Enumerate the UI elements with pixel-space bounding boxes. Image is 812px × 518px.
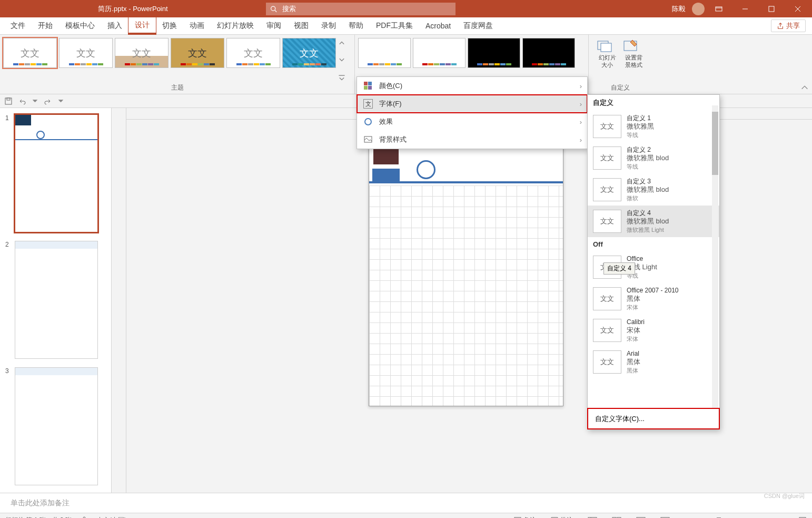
- tab-template[interactable]: 模板中心: [59, 17, 101, 34]
- variant-thumb[interactable]: [413, 38, 466, 68]
- slide-thumbnail[interactable]: [15, 114, 98, 232]
- variant-thumb[interactable]: [522, 38, 575, 68]
- font-scheme-item[interactable]: 文文 自定义 4微软雅黑 blod微软雅黑 Light: [588, 206, 719, 237]
- menu-colors[interactable]: 颜色(C)›: [357, 77, 587, 95]
- search-icon: [270, 5, 277, 13]
- collapse-ribbon-icon[interactable]: [800, 83, 809, 92]
- notes-placeholder: 单击此处添加备注: [11, 499, 70, 508]
- theme-thumb[interactable]: 文文: [59, 38, 113, 68]
- slide-item[interactable]: 1: [5, 114, 106, 232]
- save-icon[interactable]: [4, 97, 13, 105]
- bg-styles-icon: [363, 135, 373, 144]
- title-bar: 简历.pptx - PowerPoint 陈毅: [0, 0, 812, 17]
- tab-view[interactable]: 视图: [288, 17, 315, 34]
- format-background-button[interactable]: 设置背 景格式: [623, 39, 644, 69]
- tab-file[interactable]: 文件: [4, 17, 32, 34]
- tab-transitions[interactable]: 切换: [156, 17, 183, 34]
- accessibility-icon[interactable]: [80, 516, 88, 519]
- theme-thumb[interactable]: 文文: [171, 38, 224, 68]
- theme-thumb[interactable]: 文文: [226, 38, 280, 68]
- undo-icon[interactable]: [18, 97, 26, 105]
- variant-thumb[interactable]: [468, 38, 520, 68]
- ribbon-display-button[interactable]: [707, 0, 731, 17]
- tab-pdf[interactable]: PDF工具集: [370, 17, 419, 34]
- menu-effects[interactable]: 效果›: [357, 113, 587, 131]
- tab-record[interactable]: 录制: [315, 17, 342, 34]
- font-scheme-item[interactable]: 文文 自定义 2微软雅黑 blod等线: [588, 142, 719, 174]
- redo-icon[interactable]: [44, 97, 52, 105]
- maximize-button[interactable]: [759, 0, 784, 17]
- slide-size-icon: [597, 39, 612, 54]
- vertical-ruler: [112, 108, 126, 493]
- user-avatar[interactable]: [692, 3, 705, 15]
- close-button[interactable]: [786, 0, 810, 17]
- menu-fonts[interactable]: 文 字体(F)›: [357, 95, 587, 113]
- window-title: 简历.pptx - PowerPoint: [0, 4, 266, 14]
- tab-help[interactable]: 帮助: [342, 17, 370, 34]
- language-label[interactable]: 中文(中国): [97, 516, 126, 518]
- tab-animations[interactable]: 动画: [183, 17, 211, 34]
- slide-item[interactable]: 2: [5, 241, 106, 359]
- svg-point-0: [271, 6, 275, 11]
- section-office: Off: [588, 237, 719, 251]
- gallery-more-icon[interactable]: [338, 73, 345, 81]
- theme-thumb[interactable]: 文文: [115, 38, 169, 68]
- svg-rect-15: [368, 82, 372, 85]
- svg-rect-16: [364, 86, 368, 90]
- slide-panel: 1 2 3: [0, 108, 112, 493]
- svg-rect-14: [364, 82, 368, 85]
- gallery-down-icon[interactable]: [338, 56, 345, 64]
- variant-dropdown: 颜色(C)› 文 字体(F)› 效果› 背景样式›: [357, 76, 588, 149]
- font-scheme-panel: 自定义 文文 自定义 1微软雅黑等线 文文 自定义 2微软雅黑 blod等线 文…: [587, 94, 720, 429]
- format-bg-icon: [623, 39, 639, 54]
- gallery-up-icon[interactable]: [338, 39, 345, 46]
- effects-icon: [363, 117, 373, 126]
- minimize-button[interactable]: [733, 0, 757, 17]
- tab-baidu[interactable]: 百度网盘: [457, 17, 499, 34]
- fit-window-icon[interactable]: [798, 516, 807, 519]
- tab-acrobat[interactable]: Acrobat: [419, 17, 457, 34]
- notes-button[interactable]: 备注: [511, 516, 539, 518]
- tab-insert[interactable]: 插入: [101, 17, 128, 34]
- theme-thumb[interactable]: 文文: [282, 38, 336, 68]
- theme-thumb[interactable]: 文文: [3, 38, 57, 68]
- customize-fonts-button[interactable]: 自定义字体(C)...: [588, 408, 719, 429]
- search-box[interactable]: [266, 3, 455, 15]
- search-input[interactable]: [282, 5, 451, 13]
- ribbon-tabs: 文件 开始 模板中心 插入 设计 切换 动画 幻灯片放映 审阅 视图 录制 帮助…: [0, 17, 812, 35]
- font-scheme-item[interactable]: 文文 Office 2007 - 2010黑体宋体: [588, 283, 719, 315]
- customize-group: 幻灯片 大小 设置背 景格式 自定义: [589, 35, 652, 94]
- section-custom: 自定义: [588, 95, 719, 111]
- font-scheme-item[interactable]: 文文 Arial黑体黑体: [588, 346, 719, 378]
- status-bar: 幻灯片 第 1 张，共 3 张 中文(中国) 备注 批注 − + 38%: [0, 513, 812, 518]
- slide-canvas[interactable]: [369, 132, 563, 406]
- slide-item[interactable]: 3: [5, 367, 106, 485]
- tab-review[interactable]: 审阅: [260, 17, 288, 34]
- tooltip: 自定义 4: [603, 262, 635, 275]
- tab-slideshow[interactable]: 幻灯片放映: [211, 17, 260, 34]
- slide-size-button[interactable]: 幻灯片 大小: [597, 39, 618, 69]
- font-scheme-item[interactable]: 文文 自定义 1微软雅黑等线: [588, 111, 719, 142]
- notes-pane[interactable]: 单击此处添加备注: [0, 493, 812, 513]
- share-button[interactable]: 共享: [771, 19, 806, 32]
- comments-button[interactable]: 批注: [548, 516, 576, 518]
- svg-rect-12: [5, 98, 12, 104]
- tab-design[interactable]: 设计: [128, 17, 156, 34]
- svg-point-18: [365, 119, 371, 125]
- scrollbar[interactable]: [712, 105, 718, 408]
- svg-rect-5: [769, 6, 774, 12]
- slide-counter[interactable]: 幻灯片 第 1 张，共 3 张: [5, 516, 72, 518]
- svg-rect-17: [368, 86, 372, 90]
- qat-more-icon[interactable]: ⏷: [57, 97, 64, 105]
- user-name[interactable]: 陈毅: [668, 4, 690, 14]
- font-scheme-item[interactable]: 文文 自定义 3微软雅黑 blod微软: [588, 174, 719, 206]
- slide-thumbnail[interactable]: [15, 241, 98, 359]
- font-scheme-item[interactable]: 文文 Calibri宋体宋体: [588, 315, 719, 346]
- variant-thumb[interactable]: [358, 38, 411, 68]
- svg-rect-2: [716, 7, 722, 11]
- slide-thumbnail[interactable]: [15, 367, 98, 485]
- tab-home[interactable]: 开始: [32, 17, 59, 34]
- menu-bg-styles[interactable]: 背景样式›: [357, 131, 587, 149]
- svg-rect-13: [7, 98, 10, 100]
- themes-label: 主题: [0, 82, 354, 94]
